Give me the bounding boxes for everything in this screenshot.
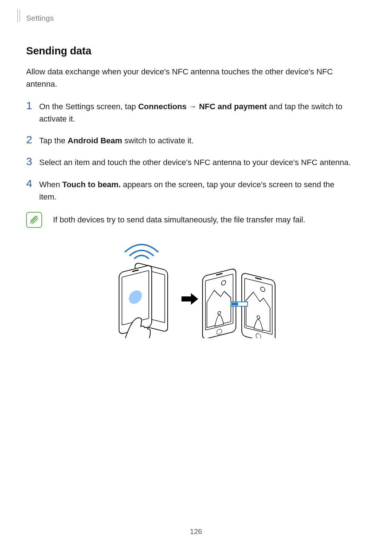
breadcrumb: Settings [26, 14, 366, 22]
step-text: Select an item and touch the other devic… [39, 156, 351, 169]
step-bold: Connections [138, 102, 187, 111]
intro-paragraph: Allow data exchange when your device's N… [26, 66, 353, 90]
step-4: When Touch to beam. appears on the scree… [26, 178, 366, 203]
step-text: switch to activate it. [122, 136, 194, 145]
step-2: Tap the Android Beam switch to activate … [26, 134, 366, 147]
step-3: Select an item and touch the other devic… [26, 156, 366, 169]
note-icon [26, 212, 42, 228]
step-bold: Android Beam [68, 136, 122, 145]
step-1: On the Settings screen, tap Connections … [26, 100, 366, 125]
page-title: Sending data [26, 45, 366, 57]
header-rule [17, 9, 18, 22]
svg-rect-20 [232, 303, 238, 305]
step-bold: NFC and payment [199, 102, 267, 111]
step-list: On the Settings screen, tap Connections … [26, 100, 366, 203]
note-text: If both devices try to send data simulta… [53, 214, 305, 226]
note-row: If both devices try to send data simulta… [26, 212, 366, 228]
step-bold: Touch to beam. [62, 180, 121, 189]
page-number: 126 [0, 528, 392, 536]
header-rule [20, 10, 20, 21]
illustration [26, 237, 366, 338]
step-text: On the Settings screen, tap [39, 102, 138, 111]
step-text: Tap the [39, 136, 68, 145]
step-text: → [187, 102, 199, 111]
step-text: When [39, 180, 62, 189]
